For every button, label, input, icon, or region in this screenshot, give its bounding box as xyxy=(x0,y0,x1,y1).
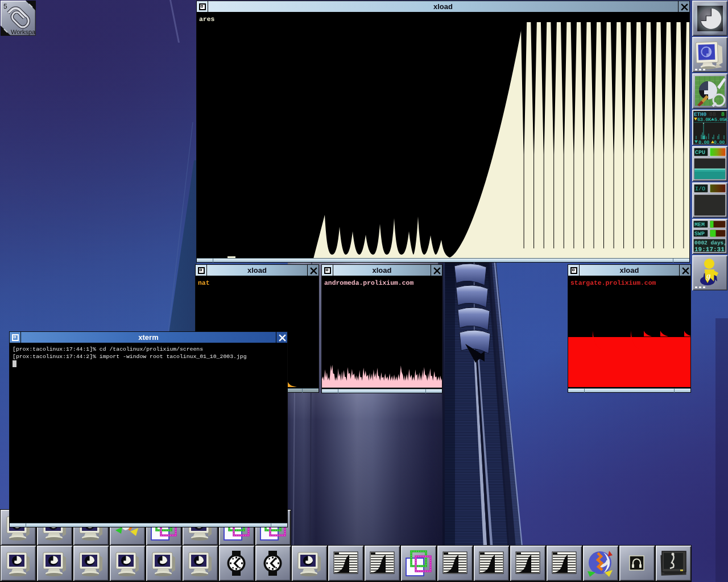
svg-text:19:17:31: 19:17:31 xyxy=(694,247,725,253)
svg-text:stargate.prolixium.com: stargate.prolixium.com xyxy=(570,280,656,287)
svg-text:g: g xyxy=(706,272,711,281)
svg-text:5.05K: 5.05K xyxy=(714,117,727,123)
svg-text:SWP: SWP xyxy=(694,231,705,238)
svg-text:0002 days,: 0002 days, xyxy=(694,240,727,246)
svg-text:andromeda.prolixium.com: andromeda.prolixium.com xyxy=(324,280,413,287)
svg-text:ares: ares xyxy=(199,16,215,23)
svg-text:63.0K: 63.0K xyxy=(697,117,712,123)
svg-text:0.00: 0.00 xyxy=(714,140,725,145)
svg-text:5: 5 xyxy=(3,2,7,10)
svg-text:Workspa: Workspa xyxy=(11,29,36,36)
svg-text:CPU: CPU xyxy=(695,150,705,156)
svg-text:nat: nat xyxy=(198,280,210,287)
svg-text:0.00: 0.00 xyxy=(698,140,709,145)
svg-text:I/O: I/O xyxy=(695,186,705,193)
svg-text:MEM: MEM xyxy=(694,222,705,228)
